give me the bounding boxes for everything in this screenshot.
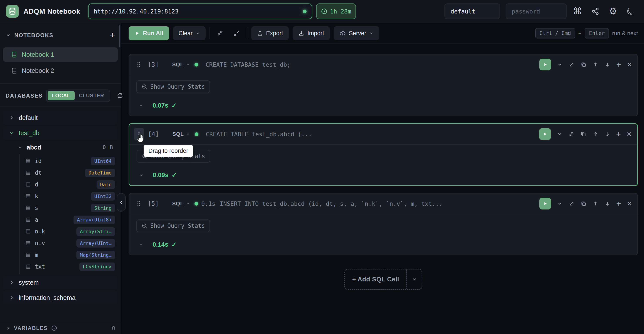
server-url-input[interactable] bbox=[94, 8, 303, 15]
result-row[interactable]: 0.14s ✓ bbox=[136, 241, 632, 248]
column-row[interactable]: s String bbox=[25, 202, 115, 214]
move-cell-down-button[interactable] bbox=[604, 131, 610, 137]
column-row[interactable]: a Array(UInt8) bbox=[25, 214, 115, 226]
server-button[interactable]: Server bbox=[334, 26, 380, 40]
table-column-icon bbox=[25, 264, 31, 269]
column-row[interactable]: id UInt64 bbox=[25, 155, 115, 167]
chevron-right-icon bbox=[9, 280, 14, 285]
export-label: Export bbox=[266, 30, 283, 37]
shortcuts-button[interactable]: ⌘ bbox=[570, 4, 584, 18]
sidebar-item-notebook-1[interactable]: Notebook 1 bbox=[3, 47, 118, 62]
password-input[interactable] bbox=[506, 3, 566, 19]
sidebar-scrollbar[interactable] bbox=[119, 25, 120, 47]
delete-cell-button[interactable]: × bbox=[627, 199, 632, 208]
move-cell-up-button[interactable] bbox=[592, 131, 598, 137]
run-cell-button[interactable] bbox=[539, 198, 551, 209]
column-type-badge: UInt64 bbox=[91, 157, 115, 165]
cell-language-select[interactable]: SQL bbox=[172, 61, 190, 68]
add-notebook-button[interactable]: + bbox=[110, 31, 115, 40]
expand-cell-button[interactable] bbox=[568, 200, 574, 207]
clear-button[interactable]: Clear bbox=[173, 26, 206, 40]
username-input[interactable] bbox=[444, 3, 500, 19]
cell-header: [5] SQL 0.1s INSERT INTO test_db.abcd (i… bbox=[129, 193, 638, 214]
cell-language-select[interactable]: SQL bbox=[172, 131, 190, 137]
keyboard-hint: Ctrl / Cmd + Enter run & next bbox=[535, 28, 638, 38]
delete-cell-button[interactable]: × bbox=[627, 130, 632, 138]
column-row[interactable]: m Map(String… bbox=[25, 249, 115, 261]
drag-handle[interactable] bbox=[134, 128, 144, 140]
run-all-button[interactable]: Run All bbox=[128, 26, 169, 40]
import-button[interactable]: Import bbox=[293, 26, 330, 40]
expand-cell-button[interactable] bbox=[568, 131, 574, 137]
chevron-down-icon bbox=[9, 130, 14, 136]
export-button[interactable]: Export bbox=[251, 26, 289, 40]
collapse-all-cells-button[interactable] bbox=[214, 27, 226, 39]
add-cell-below-button[interactable]: + bbox=[616, 199, 621, 208]
book-icon bbox=[11, 51, 18, 58]
notebook-label: Notebook 1 bbox=[22, 51, 54, 58]
cell-language-select[interactable]: SQL bbox=[172, 200, 190, 207]
drag-handle[interactable] bbox=[134, 197, 144, 210]
scope-local-option[interactable]: LOCAL bbox=[48, 91, 75, 100]
column-type-badge: Array(Stri… bbox=[76, 227, 115, 236]
column-row[interactable]: k UInt32 bbox=[25, 190, 115, 202]
refresh-databases-button[interactable] bbox=[116, 92, 124, 99]
theme-toggle-button[interactable]: ☾ bbox=[624, 4, 638, 18]
tree-item-system-db[interactable]: system bbox=[3, 276, 118, 290]
connection-status-dot-icon bbox=[303, 9, 306, 13]
tree-item-information-schema-db[interactable]: information_schema bbox=[3, 291, 118, 305]
column-row[interactable]: dt DateTime bbox=[25, 167, 115, 179]
column-type-badge: DateTime bbox=[85, 169, 115, 177]
chevron-down-icon bbox=[196, 31, 200, 35]
copy-cell-button[interactable] bbox=[580, 131, 586, 137]
database-label: information_schema bbox=[19, 294, 76, 301]
move-cell-down-button[interactable] bbox=[604, 61, 610, 68]
drag-handle[interactable] bbox=[134, 58, 144, 71]
move-cell-up-button[interactable] bbox=[592, 200, 598, 207]
collapse-cell-button[interactable] bbox=[557, 131, 562, 137]
database-icon bbox=[8, 7, 16, 15]
result-row[interactable]: 0.09s ✓ bbox=[137, 171, 632, 179]
add-sql-cell-button[interactable]: + Add SQL Cell bbox=[344, 269, 422, 290]
tree-item-test-db[interactable]: test_db bbox=[3, 126, 118, 140]
tree-item-default-db[interactable]: default bbox=[3, 111, 118, 125]
variables-bar[interactable]: VARIABLES 0 bbox=[0, 322, 121, 334]
cell-code-preview[interactable]: CREATE DATABASE test_db; bbox=[206, 61, 535, 68]
sidebar-collapse-handle[interactable] bbox=[116, 193, 126, 212]
cell-language-label: SQL bbox=[172, 131, 184, 137]
chevron-left-icon bbox=[119, 200, 124, 205]
cell-code-preview[interactable]: INSERT INTO test_db.abcd (id, dt, s, a, … bbox=[220, 200, 535, 207]
result-row[interactable]: 0.07s ✓ bbox=[136, 102, 632, 109]
copy-cell-button[interactable] bbox=[580, 61, 586, 68]
chevron-down-icon[interactable] bbox=[406, 269, 422, 289]
copy-cell-button[interactable] bbox=[580, 200, 586, 207]
command-icon: ⌘ bbox=[573, 7, 582, 16]
add-cell-below-button[interactable]: + bbox=[616, 130, 621, 138]
move-cell-down-button[interactable] bbox=[604, 200, 610, 207]
collapse-cell-button[interactable] bbox=[557, 201, 563, 206]
run-cell-button[interactable] bbox=[539, 128, 551, 140]
chevron-down-icon bbox=[138, 103, 144, 108]
expand-cell-button[interactable] bbox=[568, 61, 574, 68]
add-cell-below-button[interactable]: + bbox=[616, 60, 621, 69]
sidebar-item-notebook-2[interactable]: Notebook 2 bbox=[3, 63, 118, 78]
settings-button[interactable]: ⚙ bbox=[606, 4, 620, 18]
show-query-stats-button[interactable]: Show Query Stats bbox=[136, 80, 210, 93]
collapse-cell-button[interactable] bbox=[557, 62, 563, 67]
delete-cell-button[interactable]: × bbox=[627, 60, 632, 69]
share-button[interactable] bbox=[588, 4, 602, 18]
run-cell-button[interactable] bbox=[539, 59, 551, 70]
column-row[interactable]: n.k Array(Stri… bbox=[25, 226, 115, 237]
notebook-label: Notebook 2 bbox=[22, 67, 54, 74]
scope-cluster-option[interactable]: CLUSTER bbox=[75, 91, 108, 100]
column-row[interactable]: n.v Array(UInt… bbox=[25, 237, 115, 249]
tree-item-table-abcd[interactable]: abcd 0 B bbox=[13, 141, 118, 154]
show-query-stats-button[interactable]: Show Query Stats bbox=[136, 219, 210, 232]
column-row[interactable]: d Date bbox=[25, 179, 115, 190]
cell-code-preview[interactable]: CREATE TABLE test_db.abcd (... bbox=[206, 131, 535, 138]
chevron-down-icon[interactable] bbox=[6, 33, 11, 38]
column-row[interactable]: txt LC<String> bbox=[25, 261, 115, 273]
move-cell-up-button[interactable] bbox=[592, 61, 598, 68]
table-column-icon bbox=[25, 182, 31, 187]
expand-all-cells-button[interactable] bbox=[230, 27, 243, 39]
